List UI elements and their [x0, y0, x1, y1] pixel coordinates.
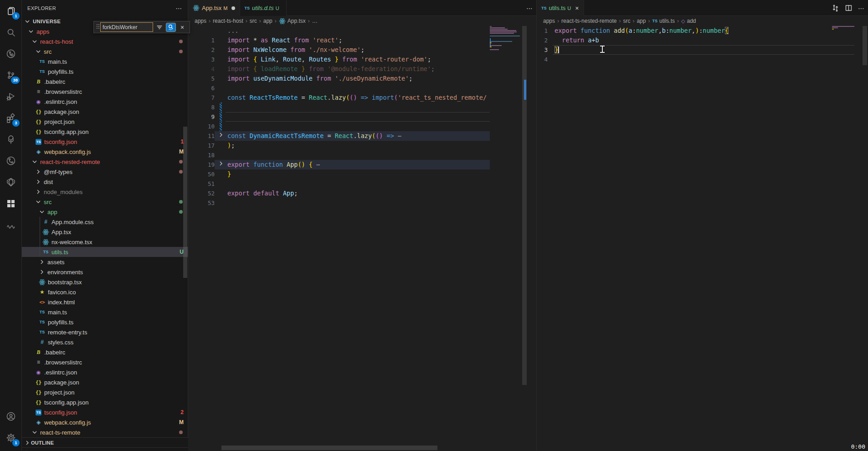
tab-app-tsx[interactable]: App.tsxM: [188, 0, 240, 16]
code-line-52[interactable]: 52export default App;: [188, 189, 536, 198]
horizontal-scrollbar-left[interactable]: [221, 446, 437, 450]
activity-item-explorer[interactable]: 1: [0, 0, 22, 21]
tree-item-webpack-config-js[interactable]: ◈webpack.config.jsM: [22, 147, 188, 157]
code-line-4[interactable]: 4: [537, 55, 868, 64]
tree-item-package-json[interactable]: {}package.json: [22, 107, 188, 117]
breadcrumb-item-utils-ts[interactable]: TSutils.ts: [652, 18, 675, 24]
activity-item-search[interactable]: [0, 21, 22, 43]
code-line-1[interactable]: 1import * as React from 'react';: [188, 36, 536, 45]
filter-icon[interactable]: [154, 23, 164, 32]
breadcrumb-item-app[interactable]: app: [263, 18, 272, 24]
tab-utils-ts[interactable]: TSutils.tsU×: [537, 0, 584, 16]
code-line-3[interactable]: 3}: [537, 45, 868, 55]
unsaved-dot-icon[interactable]: [231, 6, 235, 10]
tree-item-app[interactable]: app: [22, 207, 188, 217]
activity-item-containers[interactable]: [0, 171, 22, 193]
code-line-9[interactable]: 9: [188, 112, 536, 122]
tree-item-browserslistrc[interactable]: ≡.browserslistrc: [22, 357, 188, 367]
editor-left[interactable]: ...1import * as React from 'react';2impo…: [188, 26, 536, 451]
code-line-10[interactable]: 10: [188, 122, 536, 131]
activity-item-remote-explorer[interactable]: [0, 43, 22, 64]
editor-more-actions-icon[interactable]: ⋯: [526, 5, 533, 12]
fuzzy-search-button[interactable]: [166, 23, 176, 32]
tree-item-main-ts[interactable]: TSmain.ts: [22, 56, 188, 67]
tree-item-node-modules[interactable]: node_modules: [22, 187, 188, 197]
tree-item-react-ts-nested-remote[interactable]: react-ts-nested-remote: [22, 157, 188, 167]
tree-item-index-html[interactable]: <>index.html: [22, 297, 188, 307]
tree-item-src[interactable]: src: [22, 197, 188, 207]
tree-item-main-ts[interactable]: TSmain.ts: [22, 307, 188, 317]
tree-item-app-tsx[interactable]: App.tsx: [22, 227, 188, 237]
tree-item-babelrc[interactable]: B.babelrc: [22, 347, 188, 357]
tree-item-src[interactable]: src: [22, 46, 188, 56]
tab-utils-d-ts[interactable]: TSutils.d.tsU: [240, 0, 287, 16]
tree-item-polyfills-ts[interactable]: TSpolyfills.ts: [22, 317, 188, 327]
tree-item-favicon-ico[interactable]: ★favicon.ico: [22, 287, 188, 297]
sidebar-scrollbar[interactable]: [183, 127, 187, 278]
tree-find-input[interactable]: [100, 22, 153, 32]
code-line-7[interactable]: 7const ReactTsRemote = React.lazy(() => …: [188, 93, 536, 102]
activity-item-source-control[interactable]: 38: [0, 64, 22, 86]
tree-item-environments[interactable]: environments: [22, 267, 188, 277]
find-grip-handle[interactable]: [96, 23, 100, 32]
code-line-53[interactable]: 53: [188, 198, 536, 208]
tree-item-styles-css[interactable]: #styles.css: [22, 337, 188, 347]
tree-item-tsconfig-app-json[interactable]: {}tsconfig.app.json: [22, 397, 188, 407]
code-line-17[interactable]: 17);: [188, 141, 536, 150]
tree-item-browserslistrc[interactable]: ≡.browserslistrc: [22, 87, 188, 97]
tree-item-react-ts-remote[interactable]: react-ts-remote: [22, 427, 188, 437]
code-line-5[interactable]: 5import useDynamicModule from './useDyna…: [188, 74, 536, 83]
find-close-icon[interactable]: ×: [177, 23, 187, 32]
split-editor-icon[interactable]: [845, 4, 853, 12]
activity-item-extensions[interactable]: 3: [0, 107, 22, 128]
tree-item-project-json[interactable]: {}project.json: [22, 387, 188, 397]
breadcrumb-item-apps[interactable]: apps: [195, 18, 206, 24]
tree-item-eslintrc-json[interactable]: ◉.eslintrc.json: [22, 367, 188, 377]
code-line-18[interactable]: 18: [188, 150, 536, 160]
breadcrumb-item-src[interactable]: src: [250, 18, 257, 24]
breadcrumb-item-src[interactable]: src: [623, 18, 630, 24]
tree-item-tsconfig-app-json[interactable]: {}tsconfig.app.json: [22, 127, 188, 137]
sidebar-more-actions-icon[interactable]: ⋯: [176, 5, 182, 12]
code-line-2[interactable]: 2 return a+b: [537, 36, 868, 45]
tree-item-dist[interactable]: dist: [22, 177, 188, 187]
code-line-1[interactable]: 1export function add(a:number,b:number,)…: [537, 26, 868, 36]
activity-item-todo-tree[interactable]: [0, 128, 22, 150]
tree-item-babelrc[interactable]: B.babelrc: [22, 77, 188, 87]
activity-item-accounts[interactable]: [0, 405, 22, 427]
tab-close-icon[interactable]: ×: [575, 5, 579, 12]
tree-item-mf-types[interactable]: @mf-types: [22, 167, 188, 177]
code-line-51[interactable]: 51: [188, 179, 536, 189]
open-changes-icon[interactable]: [832, 4, 839, 12]
fold-chevron-icon[interactable]: [217, 131, 225, 141]
tree-item-webpack-config-js[interactable]: ◈webpack.config.jsM: [22, 417, 188, 427]
code-line-4[interactable]: 4import { loadRemote } from '@module-fed…: [188, 64, 536, 74]
tree-item-eslintrc-json[interactable]: ◉.eslintrc.json: [22, 97, 188, 107]
breadcrumb-item-apps[interactable]: apps: [543, 18, 555, 24]
tree-item-app-module-css[interactable]: #App.module.css: [22, 217, 188, 227]
fold-chevron-icon[interactable]: [217, 160, 225, 170]
activity-item-mm-extension[interactable]: [0, 214, 22, 236]
code-line-3[interactable]: 3import { Link, Route, Routes } from 're…: [188, 55, 536, 64]
tree-item-package-json[interactable]: {}package.json: [22, 377, 188, 387]
activity-item-git-graph[interactable]: [0, 150, 22, 171]
tree-item-polyfills-ts[interactable]: TSpolyfills.ts: [22, 67, 188, 77]
code-line-x[interactable]: ...: [188, 26, 536, 36]
tree-item-project-json[interactable]: {}project.json: [22, 117, 188, 127]
tree-item-nx-welcome-tsx[interactable]: nx-welcome.tsx: [22, 237, 188, 247]
tree-item-assets[interactable]: assets: [22, 257, 188, 267]
more-actions-icon[interactable]: ⋯: [858, 5, 864, 12]
code-line-11[interactable]: 11const DynamicReactTsRemote = React.laz…: [188, 131, 536, 141]
code-line-8[interactable]: 8: [188, 102, 536, 112]
activity-item-grid-extension[interactable]: [0, 193, 22, 214]
tree-item-react-ts-host[interactable]: react-ts-host: [22, 36, 188, 46]
editor-right[interactable]: 1export function add(a:number,b:number,)…: [537, 26, 868, 451]
outline-section-header[interactable]: OUTLINE: [22, 437, 188, 447]
tree-item-tsconfig-json[interactable]: TStsconfig.json2: [22, 407, 188, 417]
breadcrumb-item-react-ts-host[interactable]: react-ts-host: [213, 18, 243, 24]
breadcrumb-item-app-tsx[interactable]: App.tsx: [279, 18, 306, 25]
timeline-section-header[interactable]: TIMELINE: [22, 447, 188, 451]
tree-item-utils-ts[interactable]: TSutils.tsU: [22, 247, 188, 257]
breadcrumb-item-[interactable]: …: [312, 18, 318, 24]
tree-item-remote-entry-ts[interactable]: TSremote-entry.ts: [22, 327, 188, 337]
